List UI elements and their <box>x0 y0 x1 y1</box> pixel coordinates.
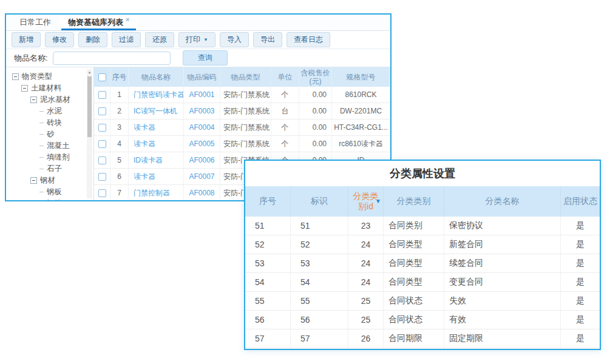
column-header-item-code[interactable]: 物品编码 <box>184 67 220 87</box>
column-header-identifier[interactable]: 标识 <box>291 186 348 217</box>
tree-node-label: 钢材 <box>40 175 55 186</box>
tree-node[interactable]: 土建材料 <box>6 83 93 94</box>
row-checkbox[interactable] <box>98 140 106 148</box>
tree-node[interactable]: 石子 <box>6 163 93 175</box>
restore-button[interactable]: 还原 <box>145 32 174 47</box>
tree-scrollbar[interactable]: ▲ <box>87 69 92 198</box>
column-header-item-name[interactable]: 物品名称 <box>129 67 184 87</box>
column-header-price-with-tax[interactable]: 含税售价(元) <box>299 67 332 87</box>
column-header-enabled-status[interactable]: 启用状态 <box>561 186 600 217</box>
column-header-category-type[interactable]: 分类类别 <box>384 186 444 217</box>
view-log-button[interactable]: 查看日志 <box>287 32 330 47</box>
collapse-icon[interactable] <box>12 73 19 80</box>
cell-seq: 56 <box>245 311 291 329</box>
column-header-unit[interactable]: 单位 <box>271 67 299 87</box>
collapse-icon[interactable] <box>30 96 37 103</box>
row-checkbox-cell <box>94 185 110 200</box>
import-button[interactable]: 导入 <box>220 32 249 47</box>
tree-node[interactable]: 水泥 <box>6 106 93 117</box>
cell-code[interactable]: AF0006 <box>184 152 220 168</box>
column-header-seq[interactable]: 序号 <box>110 67 129 87</box>
item-name-input[interactable] <box>53 52 171 65</box>
cell-code[interactable]: AF0008 <box>184 185 220 200</box>
cell-code[interactable]: AF0003 <box>184 103 220 119</box>
tab-material-list[interactable]: 物资基础库列表 × <box>59 15 138 30</box>
filter-button[interactable]: 过滤 <box>112 32 141 47</box>
print-button[interactable]: 打印▼ <box>178 32 215 47</box>
row-checkbox[interactable] <box>98 173 106 181</box>
column-header-category-name[interactable]: 分类名称 <box>444 186 561 217</box>
table-row[interactable]: 555525合同状态失效是 <box>245 292 600 311</box>
tree-node[interactable]: 钢管 <box>6 198 93 200</box>
export-button[interactable]: 导出 <box>253 32 282 47</box>
delete-button[interactable]: 删除 <box>78 32 107 47</box>
cell-code[interactable]: AF0001 <box>184 87 220 103</box>
table-row[interactable]: 3读卡器AF0004安防-门禁系统个0.00HT-C34R-CG1... <box>94 120 390 136</box>
table-row[interactable]: 575726合同期限固定期限是 <box>245 329 600 348</box>
button-label: 修改 <box>52 35 67 45</box>
close-icon[interactable]: × <box>126 16 129 23</box>
cell-code[interactable]: AF0004 <box>184 120 220 135</box>
query-button[interactable]: 查询 <box>183 50 228 66</box>
cell-name[interactable]: IC读写一体机 <box>129 103 184 119</box>
tree-node-label: 泥水基材 <box>40 95 70 105</box>
dialog-title: 分类属性设置 <box>245 161 600 186</box>
row-checkbox[interactable] <box>98 124 106 132</box>
table-row[interactable]: 545424合同类型变更合同是 <box>245 273 600 292</box>
tree-node[interactable]: 填缝剂 <box>6 152 93 163</box>
cell-name[interactable]: 门禁密码读卡器 <box>129 87 184 103</box>
column-header-item-type[interactable]: 物品类型 <box>220 67 271 87</box>
row-checkbox[interactable] <box>98 91 106 99</box>
cell-name[interactable]: 读卡器 <box>129 120 184 135</box>
cell-seq: 1 <box>110 87 129 103</box>
cell-code[interactable]: AF0007 <box>184 169 220 184</box>
cell-category-id: 25 <box>348 311 384 329</box>
row-checkbox[interactable] <box>98 107 106 115</box>
tab-daily-work[interactable]: 日常工作 <box>11 15 59 30</box>
cell-unit: 个 <box>271 120 299 135</box>
table-row[interactable]: 565625合同状态有效是 <box>245 311 600 329</box>
collapse-icon[interactable] <box>30 177 37 184</box>
cell-type: 安防-门禁系统 <box>220 103 271 119</box>
cell-type: 安防-门禁系统 <box>220 136 271 152</box>
cell-name[interactable]: 读卡器 <box>129 169 184 184</box>
tree-node[interactable]: 物资类型 <box>6 71 93 83</box>
sort-desc-icon[interactable]: ▼ <box>375 198 381 204</box>
cell-code[interactable]: AF0005 <box>184 136 220 152</box>
new-button[interactable]: 新增 <box>12 32 41 47</box>
table-row[interactable]: 525224合同类型新签合同是 <box>245 235 600 254</box>
tree-node[interactable]: 砂 <box>6 129 93 140</box>
tree-node-label: 水泥 <box>47 106 62 116</box>
tree-node[interactable]: 砖块 <box>6 117 93 129</box>
tree-node[interactable]: 混凝土 <box>6 140 93 152</box>
collapse-icon[interactable] <box>21 85 28 92</box>
cell-name[interactable]: 读卡器 <box>129 136 184 152</box>
select-all-checkbox[interactable] <box>98 73 106 81</box>
table-row[interactable]: 4读卡器AF0005安防-门禁系统个0.00rc8610读卡器 <box>94 136 390 152</box>
column-header-spec-model[interactable]: 规格型号 <box>332 67 390 87</box>
cell-category-id: 24 <box>348 273 384 291</box>
cell-name[interactable]: ID读卡器 <box>129 152 184 168</box>
scroll-up-icon[interactable]: ▲ <box>87 69 92 75</box>
table-row[interactable]: 2IC读写一体机AF0003安防-门禁系统台0.00DW-2201MC <box>94 103 390 120</box>
column-header-seq[interactable]: 序号 <box>245 186 291 217</box>
select-all-cell <box>94 67 110 87</box>
tree-node[interactable]: 钢板 <box>6 186 93 198</box>
tree-node[interactable]: 钢材 <box>6 175 93 186</box>
table-row[interactable]: 1门禁密码读卡器AF0001安防-门禁系统个0.008610RCK <box>94 87 390 103</box>
cell-seq: 55 <box>245 292 291 310</box>
row-checkbox[interactable] <box>98 189 106 197</box>
cell-category-name: 失效 <box>444 292 561 310</box>
tree-node[interactable]: 泥水基材 <box>6 94 93 106</box>
cell-category-type: 合同类型 <box>384 235 444 254</box>
row-checkbox[interactable] <box>98 157 106 164</box>
cell-category-id: 23 <box>348 217 384 235</box>
scrollbar-thumb[interactable] <box>87 76 92 137</box>
edit-button[interactable]: 修改 <box>45 32 74 47</box>
column-header-category-id[interactable]: 分类类别id▼ <box>348 186 384 217</box>
table-row[interactable]: 535324合同类型续签合同是 <box>245 254 600 273</box>
tree-node-label: 土建材料 <box>31 83 61 93</box>
cell-category-id: 24 <box>348 254 384 272</box>
cell-name[interactable]: 门禁控制器 <box>129 185 184 200</box>
table-row[interactable]: 515123合同类别保密协议是 <box>245 217 600 235</box>
